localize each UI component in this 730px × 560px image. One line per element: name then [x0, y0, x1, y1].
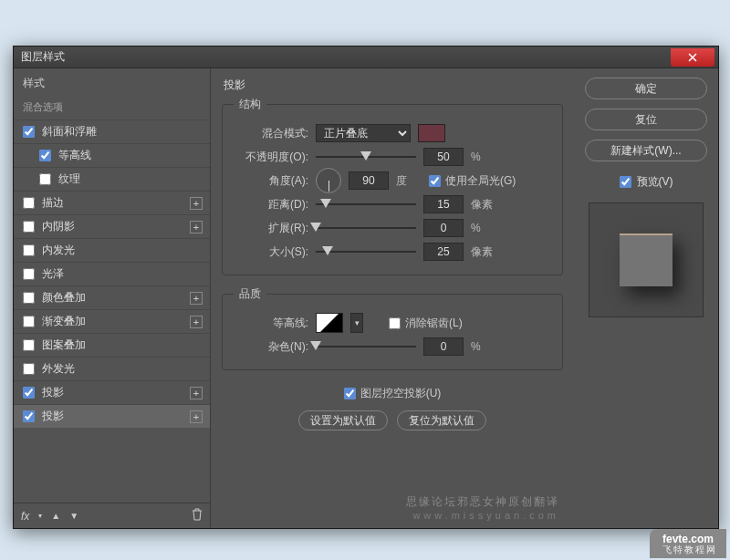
noise-input[interactable] — [423, 337, 464, 356]
style-label: 内阴影 — [42, 219, 190, 234]
style-checkbox[interactable] — [23, 268, 35, 280]
style-checkbox[interactable] — [23, 292, 35, 304]
spread-row: 扩展(R): % — [234, 216, 551, 240]
style-label: 光泽 — [42, 266, 203, 282]
style-row-4[interactable]: 内阴影+ — [14, 214, 210, 238]
reset-default-button[interactable]: 复位为默认值 — [397, 410, 486, 430]
new-style-button[interactable]: 新建样式(W)... — [585, 140, 707, 161]
opacity-input[interactable] — [423, 148, 464, 166]
style-checkbox[interactable] — [23, 316, 35, 327]
sidebar-subheader[interactable]: 混合选项 — [14, 97, 210, 119]
style-checkbox[interactable] — [23, 387, 35, 399]
blend-mode-select[interactable]: 正片叠底 — [316, 124, 411, 142]
style-checkbox[interactable] — [23, 197, 35, 209]
style-checkbox[interactable] — [39, 173, 51, 185]
style-label: 斜面和浮雕 — [42, 124, 203, 140]
spread-slider[interactable] — [316, 219, 416, 237]
titlebar: 图层样式 — [14, 47, 718, 68]
opacity-label: 不透明度(O): — [234, 150, 308, 165]
style-row-5[interactable]: 内发光 — [14, 238, 210, 262]
style-row-0[interactable]: 斜面和浮雕 — [14, 119, 210, 143]
add-effect-icon[interactable]: + — [190, 316, 203, 328]
add-effect-icon[interactable]: + — [190, 221, 203, 233]
contour-picker[interactable] — [316, 313, 343, 333]
style-list: 斜面和浮雕等高线纹理描边+内阴影+内发光光泽颜色叠加+渐变叠加+图案叠加外发光投… — [14, 119, 210, 503]
opacity-row: 不透明度(O): % — [234, 145, 551, 169]
style-checkbox[interactable] — [39, 150, 51, 161]
angle-unit: 度 — [396, 173, 422, 189]
add-effect-icon[interactable]: + — [190, 197, 203, 210]
style-label: 纹理 — [58, 171, 203, 187]
style-row-12[interactable]: 投影+ — [14, 404, 210, 428]
trash-icon[interactable] — [192, 508, 203, 524]
distance-label: 距离(D): — [234, 197, 308, 213]
opacity-slider[interactable] — [316, 148, 416, 166]
noise-unit: % — [471, 340, 496, 353]
style-checkbox[interactable] — [23, 410, 35, 422]
style-row-7[interactable]: 颜色叠加+ — [14, 285, 210, 309]
size-slider[interactable] — [316, 243, 416, 261]
spread-input[interactable] — [423, 219, 464, 237]
watermark: 思缘论坛邪恶女神原创翻译 www.missyuan.com — [406, 494, 559, 521]
move-up-icon[interactable]: ▲ — [51, 511, 60, 521]
style-row-9[interactable]: 图案叠加 — [14, 333, 210, 357]
style-row-1[interactable]: 等高线 — [14, 143, 210, 167]
structure-group: 结构 混合模式: 正片叠底 不透明度(O): % 角度(A): 度 — [222, 97, 563, 275]
style-label: 等高线 — [58, 148, 203, 163]
style-row-10[interactable]: 外发光 — [14, 357, 210, 380]
shadow-color-swatch[interactable] — [418, 124, 445, 142]
style-checkbox[interactable] — [23, 339, 35, 351]
knockout-checkbox[interactable]: 图层挖空投影(U) — [344, 386, 442, 401]
preview-input[interactable] — [620, 176, 631, 188]
add-effect-icon[interactable]: + — [190, 387, 203, 399]
knockout-input[interactable] — [344, 388, 356, 399]
preview-swatch — [620, 233, 673, 286]
style-row-3[interactable]: 描边+ — [14, 191, 210, 214]
panel-title: 投影 — [224, 78, 563, 93]
antialias-input[interactable] — [389, 317, 401, 329]
preview-checkbox[interactable]: 预览(V) — [620, 174, 673, 190]
contour-row: 等高线: ▾ 消除锯齿(L) — [234, 311, 551, 335]
preview-box — [589, 202, 704, 317]
add-effect-icon[interactable]: + — [190, 292, 203, 305]
style-label: 投影 — [42, 409, 190, 424]
cancel-button[interactable]: 复位 — [585, 109, 707, 130]
style-label: 渐变叠加 — [42, 314, 190, 329]
ok-button[interactable]: 确定 — [585, 78, 707, 99]
distance-slider[interactable] — [316, 195, 416, 213]
preview-label: 预览(V) — [637, 174, 673, 190]
site-logo: fevte.com 飞特教程网 — [650, 529, 726, 558]
knockout-label: 图层挖空投影(U) — [360, 386, 442, 401]
style-checkbox[interactable] — [23, 244, 35, 256]
size-input[interactable] — [423, 243, 464, 261]
global-light-input[interactable] — [429, 175, 441, 187]
size-label: 大小(S): — [234, 244, 308, 260]
fx-menu[interactable]: fx — [21, 510, 29, 523]
dialog-content: 样式 混合选项 斜面和浮雕等高线纹理描边+内阴影+内发光光泽颜色叠加+渐变叠加+… — [14, 68, 718, 528]
angle-input[interactable] — [349, 171, 389, 190]
make-default-button[interactable]: 设置为默认值 — [298, 410, 388, 430]
style-checkbox[interactable] — [23, 363, 35, 375]
noise-slider[interactable] — [316, 337, 416, 356]
move-down-icon[interactable]: ▼ — [69, 511, 78, 521]
style-checkbox[interactable] — [23, 221, 35, 233]
add-effect-icon[interactable]: + — [190, 410, 203, 423]
global-light-checkbox[interactable]: 使用全局光(G) — [429, 173, 516, 189]
distance-unit: 像素 — [471, 197, 496, 213]
angle-dial[interactable] — [316, 168, 341, 193]
style-row-6[interactable]: 光泽 — [14, 262, 210, 285]
contour-dropdown-icon[interactable]: ▾ — [350, 313, 363, 333]
antialias-checkbox[interactable]: 消除锯齿(L) — [389, 316, 463, 331]
distance-input[interactable] — [423, 195, 464, 213]
blend-mode-label: 混合模式: — [234, 126, 308, 141]
style-row-8[interactable]: 渐变叠加+ — [14, 309, 210, 333]
fx-chevron-icon[interactable]: ▾ — [38, 512, 42, 520]
style-label: 图案叠加 — [42, 337, 203, 353]
style-checkbox[interactable] — [23, 126, 35, 138]
knockout-row: 图层挖空投影(U) — [222, 381, 563, 405]
main-panel: 投影 结构 混合模式: 正片叠底 不透明度(O): % 角度(A): — [211, 68, 574, 528]
close-button[interactable] — [671, 48, 714, 67]
style-row-11[interactable]: 投影+ — [14, 380, 210, 404]
style-row-2[interactable]: 纹理 — [14, 167, 210, 191]
style-label: 颜色叠加 — [42, 290, 190, 306]
